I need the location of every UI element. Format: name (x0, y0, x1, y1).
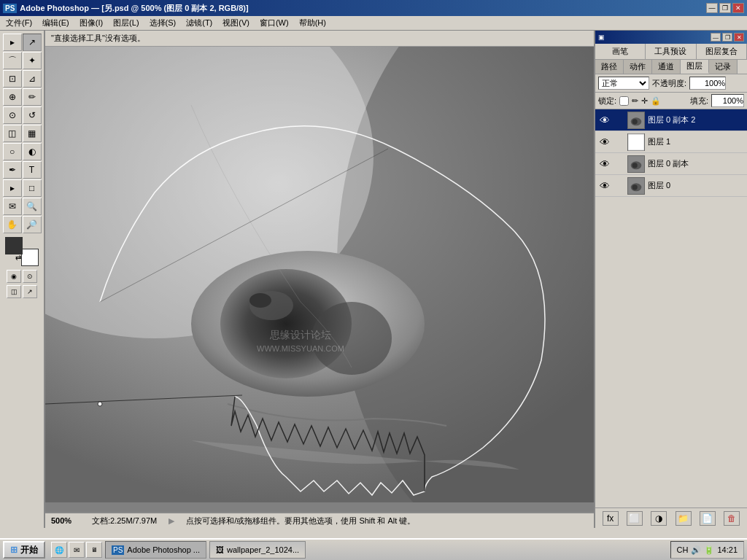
direct-selection-tool[interactable]: ↗ (23, 34, 42, 51)
canvas-scroll[interactable]: 思缘设计论坛 WWW.MISSYUAN.COM (45, 47, 594, 512)
layer-1-visibility[interactable]: 👁 (598, 158, 611, 171)
menu-window[interactable]: 窗口(W) (255, 16, 293, 30)
new-group-btn[interactable]: 📁 (676, 511, 692, 526)
hand-tool[interactable]: ✋ (3, 216, 22, 233)
taskbar-ps-label: Adobe Photoshop ... (127, 545, 200, 554)
eraser-tool[interactable]: ◫ (3, 125, 22, 142)
tab-path[interactable]: 路径 (595, 60, 624, 74)
zoom-tool[interactable]: 🔎 (23, 216, 42, 233)
panel-restore-btn[interactable]: ❐ (722, 33, 732, 42)
canvas-area: "直接选择工具"没有选项。 (45, 31, 594, 528)
tab-history[interactable]: 记录 (709, 60, 738, 74)
svg-text:WWW.MISSYUAN.COM: WWW.MISSYUAN.COM (257, 344, 344, 353)
dodge-tool[interactable]: ◐ (23, 143, 42, 160)
lock-paint-icon[interactable]: ✏ (632, 96, 638, 106)
layer-0-name: 图层 0 (648, 180, 744, 191)
blur-tool[interactable]: ○ (3, 143, 22, 160)
quick-launch: 🌐 ✉ 🖥 (51, 542, 102, 558)
layer-style-btn[interactable]: fx (603, 511, 619, 526)
svg-point-9 (98, 402, 102, 406)
magic-wand-tool[interactable]: ✦ (23, 52, 42, 69)
blend-mode-select[interactable]: 正常 溶解 正片叠底 (598, 77, 649, 90)
lock-move-icon[interactable]: ✛ (641, 96, 648, 106)
taskbar-wallpaper[interactable]: 🖼 wallpaper_2_1024... (209, 541, 306, 559)
brush-tab[interactable]: 画笔 (595, 44, 646, 59)
layer-item-1[interactable]: 👁 图层 0 副本 (595, 153, 747, 175)
lock-row: 锁定: ✏ ✛ 🔒 填充: (595, 93, 747, 109)
fill-input[interactable] (711, 94, 744, 107)
menu-view[interactable]: 视图(V) (218, 16, 254, 30)
panel-close-btn[interactable]: ✕ (734, 33, 744, 42)
history-brush-tool[interactable]: ↺ (23, 106, 42, 124)
jump-to-btn[interactable]: ↗ (23, 285, 37, 298)
layer-item-0[interactable]: 👁 图层 0 (595, 175, 747, 197)
tray-ch: CH (677, 545, 689, 554)
tab-actions[interactable]: 动作 (624, 60, 652, 74)
gradient-tool[interactable]: ▦ (23, 125, 42, 142)
lasso-tool[interactable]: ⌒ (3, 52, 22, 69)
opacity-input[interactable] (689, 77, 726, 90)
svg-rect-16 (628, 134, 644, 150)
menu-edit[interactable]: 编辑(E) (38, 16, 74, 30)
tab-channels[interactable]: 通道 (652, 60, 681, 74)
crop-tool[interactable]: ⊡ (3, 70, 22, 88)
layer-tabs: 路径 动作 通道 图层 记录 (595, 60, 747, 74)
healing-tool[interactable]: ⊕ (3, 88, 22, 106)
notes-tool[interactable]: ✉ (3, 198, 22, 215)
menu-help[interactable]: 帮助(H) (295, 16, 330, 30)
tool-row-2: ⌒ ✦ (3, 52, 42, 69)
shape-tool[interactable]: □ (23, 179, 42, 197)
restore-button[interactable]: ❐ (719, 3, 731, 13)
new-fill-layer-btn[interactable]: ◑ (651, 511, 667, 526)
quick-mail[interactable]: ✉ (69, 542, 85, 558)
start-button[interactable]: ⊞ 开始 (3, 541, 45, 559)
tray-volume-icon[interactable]: 🔊 (691, 545, 701, 555)
lock-transparent-btn[interactable] (619, 96, 629, 106)
layer-1-chain (614, 158, 624, 171)
edit-mode-btn[interactable]: ◉ (7, 270, 21, 283)
minimize-button[interactable]: — (706, 3, 718, 13)
layer-0-visibility[interactable]: 👁 (598, 179, 611, 192)
delete-layer-btn[interactable]: 🗑 (724, 511, 740, 526)
taskbar-photoshop[interactable]: PS Adobe Photoshop ... (105, 541, 206, 559)
title-bar-controls[interactable]: — ❐ ✕ (706, 3, 744, 13)
layer-item-3[interactable]: 👁 图层 0 副本 2 (595, 109, 747, 131)
background-color[interactable] (21, 249, 39, 266)
menu-select[interactable]: 选择(S) (145, 16, 181, 30)
menu-layer[interactable]: 图层(L) (109, 16, 143, 30)
tab-layers[interactable]: 图层 (681, 60, 709, 74)
path-selection-tool[interactable]: ▸ (3, 179, 22, 197)
zoom-level: 500% (51, 516, 80, 525)
slice-tool[interactable]: ⊿ (23, 70, 42, 88)
new-layer-btn[interactable]: 📄 (700, 511, 716, 526)
layer-options: 正常 溶解 正片叠底 不透明度: (595, 74, 747, 93)
layer-3-visibility[interactable]: 👁 (598, 114, 611, 127)
panel-title-controls[interactable]: — ❐ ✕ (711, 33, 744, 42)
selection-tool[interactable]: ▸ (3, 34, 22, 51)
right-panel: ▣ — ❐ ✕ 画笔 工具预设 图层复合 路径 动作 通道 图层 记录 (594, 31, 747, 528)
panel-minimize-btn[interactable]: — (711, 33, 721, 42)
swap-colors[interactable]: ⇄ (15, 254, 21, 262)
quick-show-desktop[interactable]: 🖥 (86, 542, 102, 558)
menu-image[interactable]: 图像(I) (75, 16, 107, 30)
layer-2-visibility[interactable]: 👁 (598, 136, 611, 149)
layer-item-2[interactable]: 👁 图层 1 (595, 131, 747, 153)
pen-tool[interactable]: ✒ (3, 161, 22, 179)
tool-row-11: ✋ 🔎 (3, 216, 42, 233)
quick-ie[interactable]: 🌐 (51, 542, 67, 558)
menu-filter[interactable]: 滤镜(T) (182, 16, 217, 30)
type-tool[interactable]: T (23, 161, 42, 179)
eyedropper-tool[interactable]: 🔍 (23, 198, 42, 215)
close-button[interactable]: ✕ (732, 3, 744, 13)
foreground-color[interactable] (5, 237, 23, 254)
lock-all-icon[interactable]: 🔒 (651, 96, 661, 106)
tray-network-icon[interactable]: 🔋 (704, 545, 714, 555)
layer-mask-btn[interactable]: ⬜ (627, 511, 643, 526)
tool-preset-tab[interactable]: 工具预设 (646, 44, 696, 59)
menu-file[interactable]: 文件(F) (1, 16, 36, 30)
brush-tool[interactable]: ✏ (23, 88, 42, 106)
layer-comp-tab[interactable]: 图层复合 (697, 44, 747, 59)
mask-mode-btn[interactable]: ⊙ (23, 270, 37, 283)
screen-mode-btn[interactable]: ◫ (7, 285, 21, 298)
clone-tool[interactable]: ⊙ (3, 106, 22, 124)
